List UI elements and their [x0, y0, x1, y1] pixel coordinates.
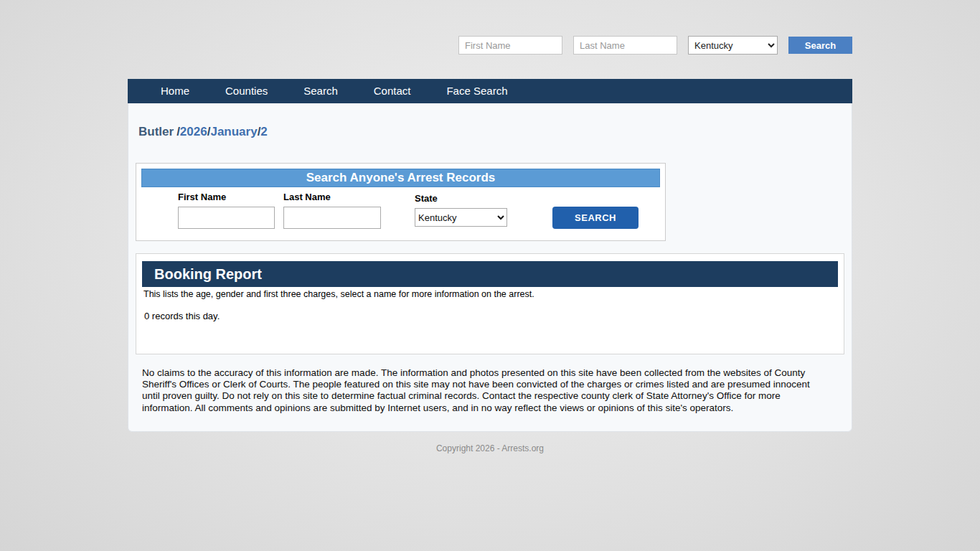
- main-navbar: Home Counties Search Contact Face Search: [128, 79, 852, 103]
- booking-report-title: Booking Report: [142, 261, 838, 287]
- last-name-input[interactable]: [283, 207, 381, 229]
- last-name-label: Last Name: [283, 192, 381, 202]
- breadcrumb-month-link[interactable]: January: [210, 125, 257, 138]
- breadcrumb-year-link[interactable]: 2026: [180, 125, 207, 138]
- nav-item-counties[interactable]: Counties: [207, 79, 286, 103]
- page-container: Kentucky Search Home Counties Search Con…: [128, 0, 852, 453]
- state-label: State: [415, 193, 507, 204]
- disclaimer-text: No claims to the accuracy of this inform…: [142, 367, 823, 414]
- search-button[interactable]: SEARCH: [552, 207, 639, 229]
- nav-item-contact[interactable]: Contact: [356, 79, 429, 103]
- booking-report-box: Booking Report This lists the age, gende…: [136, 253, 844, 354]
- breadcrumb-day-link[interactable]: 2: [260, 125, 267, 138]
- copyright-text: Copyright 2026 - Arrests.org: [128, 443, 852, 453]
- first-name-input[interactable]: [178, 207, 275, 229]
- booking-report-description: This lists the age, gender and first thr…: [143, 289, 838, 299]
- search-form-row: First Name Last Name State Kentucky SEAR…: [141, 192, 660, 229]
- top-last-name-input[interactable]: [573, 36, 677, 55]
- top-state-select[interactable]: Kentucky: [688, 36, 778, 55]
- search-box-title: Search Anyone's Arrest Records: [141, 169, 660, 187]
- nav-item-home[interactable]: Home: [143, 79, 207, 103]
- state-select[interactable]: Kentucky: [415, 208, 507, 227]
- nav-item-face-search[interactable]: Face Search: [428, 79, 525, 103]
- first-name-label: First Name: [178, 192, 275, 202]
- state-field-group: State Kentucky: [415, 193, 507, 229]
- breadcrumb-county: Butler: [138, 125, 174, 138]
- arrest-records-search-box: Search Anyone's Arrest Records First Nam…: [136, 163, 666, 241]
- records-count-text: 0 records this day.: [144, 311, 838, 321]
- last-name-field-group: Last Name: [283, 192, 381, 229]
- first-name-field-group: First Name: [178, 192, 275, 229]
- top-search-form: Kentucky Search: [128, 0, 852, 55]
- nav-item-search[interactable]: Search: [286, 79, 356, 103]
- top-first-name-input[interactable]: [458, 36, 562, 55]
- content-card: Butler/2026/January/2 Search Anyone's Ar…: [128, 103, 852, 432]
- top-search-button[interactable]: Search: [788, 37, 852, 54]
- breadcrumb: Butler/2026/January/2: [128, 103, 852, 139]
